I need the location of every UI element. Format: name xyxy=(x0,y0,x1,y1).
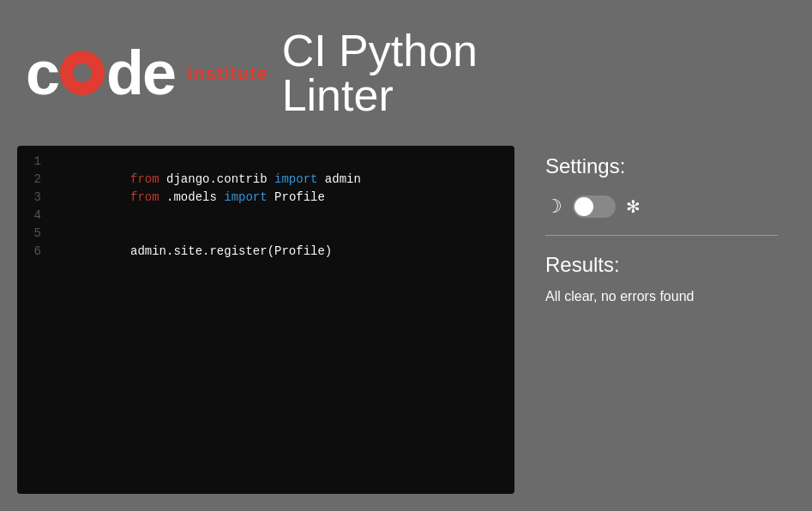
line-num-4: 4 xyxy=(27,207,41,225)
logo-c-letter: c xyxy=(26,42,58,104)
code-content: 1 2 3 4 5 6 from django.contrib import a… xyxy=(17,146,514,494)
main-content: 1 2 3 4 5 6 from django.contrib import a… xyxy=(0,146,812,511)
code-line-5: admin.site.register(Profile) xyxy=(58,225,508,243)
sun-icon: ✻ xyxy=(626,196,641,217)
line-num-2: 2 xyxy=(27,171,41,189)
results-title: Results: xyxy=(545,253,778,277)
code-line-1: from django.contrib import admin xyxy=(58,153,508,171)
theme-controls: ☽ ✻ xyxy=(545,195,778,218)
app-title-line2: Linter xyxy=(282,70,394,120)
code-line-2: from .models import Profile xyxy=(58,171,508,189)
divider xyxy=(545,235,778,236)
toggle-knob xyxy=(574,197,593,216)
line-num-3: 3 xyxy=(27,189,41,207)
line-num-1: 1 xyxy=(27,153,41,171)
settings-title: Settings: xyxy=(545,154,778,178)
header: c de institute CI Python Linter xyxy=(0,0,812,146)
code-line-6 xyxy=(58,243,508,261)
line-num-5: 5 xyxy=(27,225,41,243)
line-numbers: 1 2 3 4 5 6 xyxy=(17,153,51,487)
logo-word: c de xyxy=(26,42,175,104)
moon-icon: ☽ xyxy=(545,195,562,218)
code-line-3 xyxy=(58,189,508,207)
line-num-6: 6 xyxy=(27,243,41,261)
logo-de-letters: de xyxy=(106,42,175,104)
logo-text-block: institute xyxy=(187,61,268,85)
theme-toggle[interactable] xyxy=(573,195,616,218)
logo-container: c de institute CI Python Linter xyxy=(26,28,478,117)
logo-code: c de xyxy=(26,42,175,104)
app-title-line1: CI Python xyxy=(282,26,478,75)
settings-panel: Settings: ☽ ✻ Results: All clear, no err… xyxy=(528,146,795,494)
logo-o-graphic xyxy=(60,51,105,95)
results-message: All clear, no errors found xyxy=(545,289,778,304)
code-lines: from django.contrib import admin from .m… xyxy=(51,153,514,487)
app-title: CI Python Linter xyxy=(282,28,478,117)
institute-label: institute xyxy=(187,63,268,85)
code-line-4 xyxy=(58,207,508,225)
code-editor[interactable]: 1 2 3 4 5 6 from django.contrib import a… xyxy=(17,146,514,494)
